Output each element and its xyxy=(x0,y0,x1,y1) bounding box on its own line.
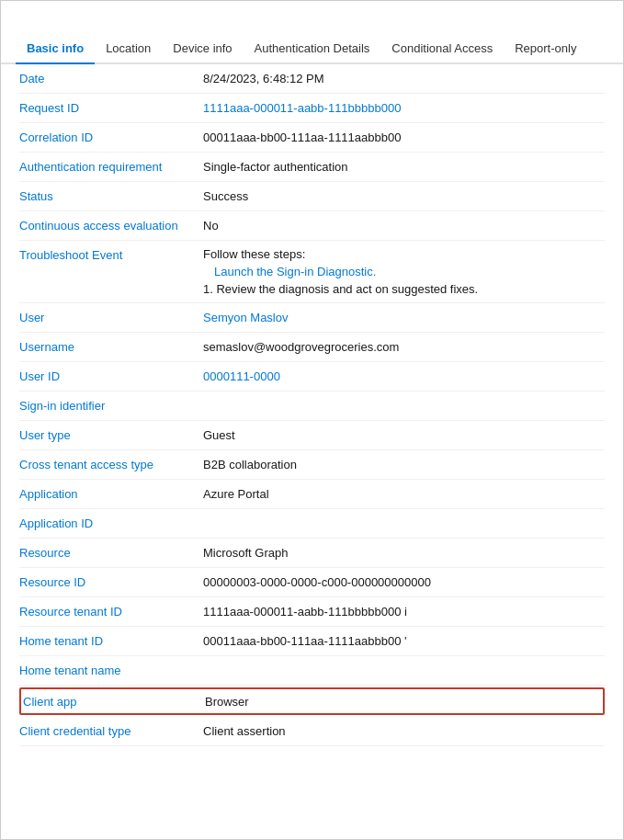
field-label: User xyxy=(19,310,203,324)
field-value: 00011aaa-bb00-111aa-1111aabbb00 ' xyxy=(203,633,605,648)
field-label: User type xyxy=(19,427,203,442)
page-title xyxy=(1,19,623,34)
info-row-4: StatusSuccess xyxy=(19,182,605,211)
tab-device-info[interactable]: Device info xyxy=(162,34,243,64)
field-value: Microsoft Graph xyxy=(203,545,605,560)
field-value: semaslov@woodgrovegroceries.com xyxy=(203,339,605,354)
info-row-1: Request ID1111aaa-000011-aabb-111bbbbb00… xyxy=(19,94,605,123)
row-label: Client app xyxy=(21,694,205,709)
field-label: Application xyxy=(19,486,203,501)
info-row-3: Authentication requirementSingle-factor … xyxy=(19,153,605,182)
tab-basic-info[interactable]: Basic info xyxy=(16,34,95,64)
field-label: Resource tenant ID xyxy=(19,604,203,619)
info-row-14: Application ID xyxy=(19,509,605,539)
troubleshoot-value: Follow these steps:Launch the Sign-in Di… xyxy=(203,247,605,296)
content-area: Date8/24/2023, 6:48:12 PMRequest ID1111a… xyxy=(1,64,623,746)
field-label: User ID xyxy=(19,369,203,383)
info-row-17: Resource tenant ID1111aaa-000011-aabb-11… xyxy=(19,597,605,627)
activity-details-panel: Basic infoLocationDevice infoAuthenticat… xyxy=(0,0,624,840)
field-label: Date xyxy=(19,71,203,85)
info-row-16: Resource ID00000003-0000-0000-c000-00000… xyxy=(19,568,605,597)
tab-location[interactable]: Location xyxy=(95,34,162,64)
info-row-11: User typeGuest xyxy=(19,421,605,450)
field-label: Cross tenant access type xyxy=(19,457,203,471)
field-label: Username xyxy=(19,339,203,354)
field-value: Azure Portal xyxy=(203,486,605,501)
field-value: B2B collaboration xyxy=(203,457,605,471)
follow-steps-text: Follow these steps: xyxy=(203,247,605,261)
highlighted-client-app-row: Client appBrowser xyxy=(19,687,605,715)
info-row-18: Home tenant ID00011aaa-bb00-111aa-1111aa… xyxy=(19,627,605,656)
info-row-19: Home tenant name xyxy=(19,656,605,686)
troubleshoot-row: Troubleshoot EventFollow these steps:Lau… xyxy=(19,241,605,303)
info-row-9: User ID0000111-0000 xyxy=(19,362,605,392)
info-row-5: Continuous access evaluationNo xyxy=(19,211,605,241)
field-value xyxy=(203,663,605,664)
tab-bar: Basic infoLocationDevice infoAuthenticat… xyxy=(1,34,623,64)
troubleshoot-label: Troubleshoot Event xyxy=(19,247,203,262)
field-label: Home tenant ID xyxy=(19,633,203,648)
field-label: Resource ID xyxy=(19,574,203,589)
field-value: 00011aaa-bb00-111aa-1111aabbb00 xyxy=(203,130,605,144)
field-value[interactable]: 0000111-0000 xyxy=(203,369,605,383)
info-row-2: Correlation ID00011aaa-bb00-111aa-1111aa… xyxy=(19,123,605,153)
field-label: Sign-in identifier xyxy=(19,398,203,413)
field-label: Correlation ID xyxy=(19,130,203,144)
field-label: Continuous access evaluation xyxy=(19,218,203,233)
tab-authentication-details[interactable]: Authentication Details xyxy=(244,34,381,64)
step-text: 1. Review the diagnosis and act on sugge… xyxy=(203,282,605,296)
field-value: Single-factor authentication xyxy=(203,159,605,174)
tab-report-only[interactable]: Report-only xyxy=(504,34,587,64)
launch-diagnostic-link[interactable]: Launch the Sign-in Diagnostic. xyxy=(203,265,605,278)
info-row-21: Client credential typeClient assertion xyxy=(19,717,605,746)
field-label: Status xyxy=(19,188,203,203)
info-row-8: Usernamesemaslov@woodgrovegroceries.com xyxy=(19,333,605,362)
row-value: Browser xyxy=(205,694,603,709)
info-row-7: UserSemyon Maslov xyxy=(19,303,605,333)
info-row-10: Sign-in identifier xyxy=(19,392,605,421)
field-value: Client assertion xyxy=(203,723,605,738)
field-label: Application ID xyxy=(19,516,203,530)
field-value: 1111aaa-000011-aabb-111bbbbb000 i xyxy=(203,604,605,619)
tab-conditional-access[interactable]: Conditional Access xyxy=(380,34,504,64)
field-value[interactable]: 1111aaa-000011-aabb-111bbbbb000 xyxy=(203,100,605,115)
field-value[interactable]: Semyon Maslov xyxy=(203,310,605,324)
field-value: 00000003-0000-0000-c000-000000000000 xyxy=(203,574,605,589)
field-label: Client credential type xyxy=(19,723,203,738)
info-row-0: Date8/24/2023, 6:48:12 PM xyxy=(19,64,605,94)
field-value xyxy=(203,398,605,399)
field-value xyxy=(203,516,605,516)
info-row-12: Cross tenant access typeB2B collaboratio… xyxy=(19,450,605,480)
field-value: No xyxy=(203,218,605,233)
field-label: Home tenant name xyxy=(19,663,203,677)
field-value: 8/24/2023, 6:48:12 PM xyxy=(203,71,605,85)
field-value: Guest xyxy=(203,427,605,442)
info-row-15: ResourceMicrosoft Graph xyxy=(19,539,605,568)
info-row-13: ApplicationAzure Portal xyxy=(19,480,605,509)
field-label: Request ID xyxy=(19,100,203,115)
field-value: Success xyxy=(203,188,605,203)
field-label: Resource xyxy=(19,545,203,560)
field-label: Authentication requirement xyxy=(19,159,203,174)
